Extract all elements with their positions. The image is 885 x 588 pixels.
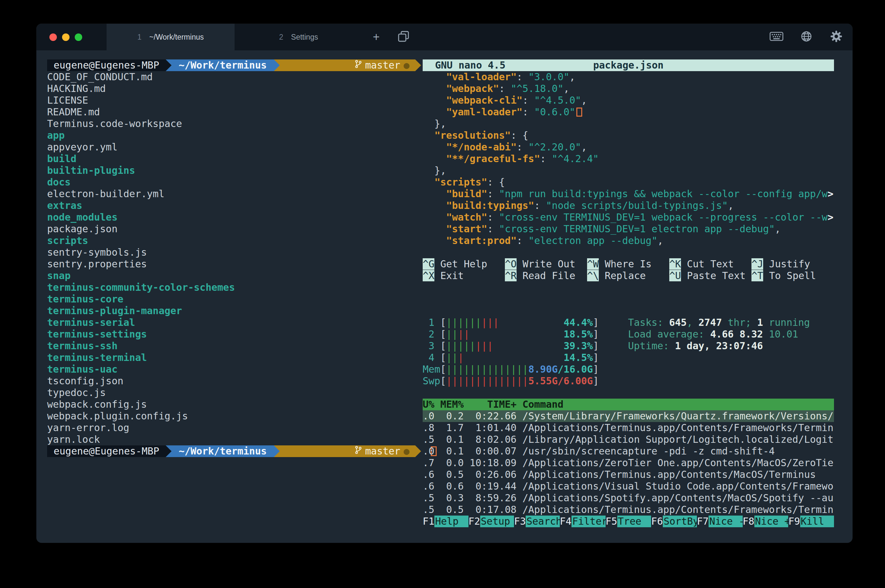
file-entry: typedoc.js [47,387,410,399]
nano-text-segment: "cross-env TERMINUS_DEV=1 electron app -… [499,223,775,234]
nano-status-line [423,247,834,258]
fkey-number: F6 [651,516,663,527]
shortcut-label: To Spell [763,270,816,281]
prompt-cwd: ~/Work/terminus [171,446,274,457]
nano-text-segment: : [488,212,499,223]
settings-button[interactable] [821,24,851,50]
nano-line: "yaml-loader": "0.6.0" [423,106,834,118]
web-button[interactable] [791,24,821,50]
nano-line: "start:prod": "electron app --debug", [423,235,834,247]
split-pane-button[interactable] [390,24,417,50]
column-header: Command [522,399,834,410]
nano-shortcut: ^O Write Out [505,258,587,270]
nano-text-segment: : [499,83,511,94]
process-row[interactable]: .50.18:02.06/Library/Application Support… [423,434,834,446]
nano-text-segment: "^2.20.0" [528,141,581,153]
meter-label: 2 [423,328,440,340]
nano-text-segment: "0.6.0" [534,106,575,118]
shortcut-label: Read File [517,270,575,281]
close-button[interactable] [50,33,57,41]
prompt-line: eugene@Eugenes-MBP ~/Work/terminus maste… [47,60,410,71]
nano-text-segment: , [581,141,587,153]
nano-text-segment: "start" [446,223,487,234]
nano-shortcut: ^X Exit [423,270,505,282]
meter-value: 18.5% [564,328,593,340]
keyboard-shortcuts-button[interactable] [762,24,791,50]
shortcut-key: ^W [587,258,599,270]
directory-entry: terminus-plugin-manager [47,305,410,317]
process-row[interactable]: .60.60:19.44/Applications/Visual Studio … [423,480,834,492]
nano-text-segment: : [522,94,534,106]
file-entry: yarn-error.log [47,422,410,434]
process-row[interactable]: .00.10:00.07/usr/sbin/screencapture -pdi… [423,446,834,457]
terminal-pane-right: GNU nano 4.5 package.json "val-loader": … [423,60,834,527]
split-pane-icon [398,30,410,44]
shortcut-key: ^G [423,258,434,270]
shortcut-label: Where Is [599,258,652,270]
fkey[interactable]: F5Tree [606,516,651,527]
keyboard-icon [770,32,783,42]
tab-work-terminus[interactable]: 1 ~/Work/terminus [106,24,235,50]
nano-line: "val-loader": "3.0.0", [423,71,834,83]
process-row[interactable]: .81.71:01.40/Applications/Terminus.app/C… [423,422,834,434]
htop-table-header[interactable]: U%MEM%TIME+Command [423,399,834,410]
directory-entry: terminus-ssh [47,340,410,352]
tab-title: Settings [291,33,318,42]
nano-text-segment: : [488,223,499,234]
nano-text-segment: "^5.18.0" [511,83,564,94]
fkey[interactable]: F2Setup [468,516,514,527]
nano-shortcut: ^G Get Help [423,258,505,270]
fkey[interactable]: F4Filter [560,516,606,527]
process-row[interactable]: .60.50:26.06/Applications/Terminus.app/C… [423,469,834,480]
fkey-number: F4 [560,516,572,527]
nano-text-segment [423,83,446,94]
zoom-button[interactable] [75,33,82,41]
minimize-button[interactable] [62,33,69,41]
fkey[interactable]: F7Nice - [697,516,743,527]
shortcut-key: ^K [669,258,681,270]
process-row[interactable]: .70.010:18.09/Applications/ZeroTier One.… [423,457,834,469]
terminal-pane-left[interactable]: eugene@Eugenes-MBP ~/Work/terminus maste… [47,60,410,457]
meter-bar: |||||||||||||| [446,375,528,387]
nano-cursor [576,108,582,117]
nano-line: "webpack-cli": "^4.5.0", [423,94,834,106]
fkey[interactable]: F6SortBy [651,516,697,527]
file-entry: LICENSE [47,94,410,106]
htop-process-table: U%MEM%TIME+Command .00.20:22.66/System/L… [423,399,834,516]
htop-header-area: 1[|||||||||44.4%]2[||||18.5%]3[||||||||3… [423,317,834,387]
nano-text-segment: "build" [446,188,487,200]
meter-label: Mem [423,363,440,375]
process-row[interactable]: .50.50:17.08/Applications/Terminus.app/C… [423,504,834,516]
cpu-meter: Mem[||||||||||||||8.90G/16.0G] [423,363,599,375]
titlebar-drag-region[interactable] [417,24,762,50]
titlebar[interactable]: 1 ~/Work/terminus 2 Settings + [36,24,852,50]
directory-entry: builtin-plugins [47,165,410,176]
fkey[interactable]: F3Search [514,516,560,527]
fkey-label: Help [434,516,468,527]
fkey[interactable]: F1Help [423,516,468,527]
nano-buffer: "val-loader": "3.0.0", "webpack": "^5.18… [423,71,834,247]
nano-text-segment [423,223,446,234]
nano-text-segment: "resolutions" [434,130,511,141]
nano-line: "scripts": { [423,176,834,188]
nano-text-segment: > [828,188,833,200]
new-tab-button[interactable]: + [363,24,390,50]
fkey[interactable]: F9Kill [788,516,834,527]
htop-pane[interactable]: 1[|||||||||44.4%]2[||||18.5%]3[||||||||3… [423,317,834,527]
nano-text-segment [423,153,446,164]
nano-text-segment: "yaml-loader" [446,106,522,118]
nano-pane[interactable]: GNU nano 4.5 package.json "val-loader": … [423,60,834,282]
fkey[interactable]: F8Nice + [743,516,789,527]
nano-text-segment: , [775,223,781,234]
process-row[interactable]: .00.20:22.66/System/Library/Frameworks/Q… [423,410,834,422]
nano-text-segment [423,130,434,141]
nano-text-segment: "scripts" [434,176,488,188]
tab-index: 2 [279,33,283,42]
directory-entry: terminus-core [47,293,410,305]
nano-text-segment: "3.0.0" [528,71,569,82]
nano-text-segment: , [564,83,570,94]
tab-settings[interactable]: 2 Settings [235,24,363,50]
nano-text-segment: "cross-env TERMINUS_DEV=1 webpack --prog… [499,212,828,223]
process-row[interactable]: .50.38:59.26/Applications/Spotify.app/Co… [423,492,834,504]
meter-value: 5.55G/6.00G [528,375,593,387]
